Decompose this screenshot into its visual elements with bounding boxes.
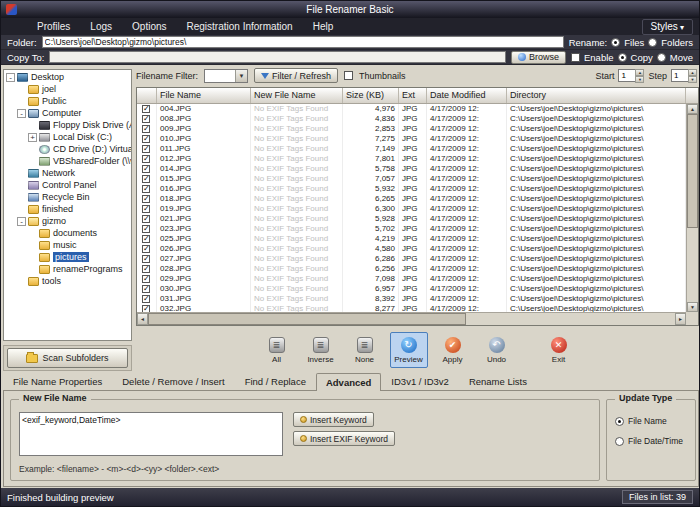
row-checkbox[interactable] [142, 255, 150, 263]
tree-item-cd-drive-d-virtualbox-guest[interactable]: CD Drive (D:) VirtualBox Guest [4, 143, 131, 155]
scroll-right-icon[interactable]: ► [675, 313, 686, 325]
tree-item-gizmo[interactable]: -gizmo [4, 215, 131, 227]
row-checkbox[interactable] [142, 215, 150, 223]
tree-item-finished[interactable]: finished [4, 203, 131, 215]
tab-rename-lists[interactable]: Rename Lists [459, 373, 537, 390]
tab-file-name-properties[interactable]: File Name Properties [3, 373, 112, 390]
insert-exif-keyword-button[interactable]: Insert EXIF Keyword [293, 431, 395, 446]
header-size[interactable]: Size (KB) [343, 88, 399, 103]
row-checkbox[interactable] [142, 115, 150, 123]
tree-item-computer[interactable]: -Computer [4, 107, 131, 119]
thumbnails-checkbox[interactable] [344, 71, 353, 80]
exit-button[interactable]: Exit [540, 332, 578, 368]
checkbox-cell [137, 174, 157, 184]
tree-item-local-disk-c[interactable]: +Local Disk (C:) [4, 131, 131, 143]
header-ext[interactable]: Ext [399, 88, 427, 103]
step-spinner-arrows[interactable]: ▲▼ [688, 69, 697, 82]
row-checkbox[interactable] [142, 195, 150, 203]
tree-item-music[interactable]: music [4, 239, 131, 251]
update-file-name-radio[interactable] [615, 417, 624, 426]
row-checkbox[interactable] [142, 275, 150, 283]
row-checkbox[interactable] [142, 125, 150, 133]
row-checkbox[interactable] [142, 105, 150, 113]
undo-button[interactable]: Undo [478, 332, 516, 368]
collapse-icon[interactable]: - [17, 217, 26, 226]
tree-item-network[interactable]: Network [4, 167, 131, 179]
row-checkbox[interactable] [142, 285, 150, 293]
header-directory[interactable]: Directory [507, 88, 686, 103]
copy-radio[interactable] [618, 53, 627, 62]
enable-checkbox[interactable] [571, 53, 580, 62]
vertical-scroll-thumb[interactable] [687, 114, 698, 228]
header-new-file-name[interactable]: New File Name [251, 88, 343, 103]
filter-refresh-button[interactable]: Filter / Refresh [254, 68, 338, 83]
menu-help[interactable]: Help [303, 18, 344, 35]
menu-logs[interactable]: Logs [80, 18, 122, 35]
row-checkbox[interactable] [142, 155, 150, 163]
tree-item-public[interactable]: Public [4, 95, 131, 107]
row-checkbox[interactable] [142, 165, 150, 173]
row-checkbox[interactable] [142, 145, 150, 153]
styles-dropdown[interactable]: Styles [642, 19, 693, 35]
menu-registration-information[interactable]: Registration Information [177, 18, 303, 35]
vertical-scrollbar[interactable]: ▲ ▼ [686, 104, 698, 312]
tree-item-pictures[interactable]: pictures [4, 251, 131, 263]
expand-icon[interactable]: + [28, 133, 37, 142]
scan-subfolders-button[interactable]: Scan Subfolders [7, 348, 128, 368]
menu-options[interactable]: Options [122, 18, 176, 35]
insert-keyword-button[interactable]: Insert Keyword [293, 412, 374, 427]
copy-to-input[interactable] [49, 51, 506, 63]
browse-button[interactable]: Browse [511, 51, 566, 64]
select-inverse-button[interactable]: Inverse [302, 332, 340, 368]
pattern-input[interactable]: <exif_keyword,DateTime> [19, 412, 283, 456]
row-checkbox[interactable] [142, 235, 150, 243]
menu-profiles[interactable]: Profiles [27, 18, 80, 35]
row-checkbox[interactable] [142, 245, 150, 253]
collapse-icon[interactable]: - [17, 109, 26, 118]
apply-button[interactable]: Apply [434, 332, 472, 368]
filename-filter-combo[interactable]: ▼ [204, 69, 248, 83]
cell-date: 4/17/2009 12: [427, 104, 507, 114]
preview-button[interactable]: Preview [390, 332, 428, 368]
tree-item-control-panel[interactable]: Control Panel [4, 179, 131, 191]
header-file-name[interactable]: File Name [157, 88, 251, 103]
rename-folders-radio[interactable] [648, 38, 657, 47]
tree-item-recycle-bin[interactable]: Recycle Bin [4, 191, 131, 203]
chevron-down-icon[interactable]: ▼ [235, 70, 247, 82]
tab-id3v1-id3v2[interactable]: ID3v1 / ID3v2 [381, 373, 459, 390]
tree-item-desktop[interactable]: -Desktop [4, 71, 131, 83]
update-file-datetime-radio[interactable] [615, 437, 624, 446]
collapse-icon[interactable]: - [6, 73, 15, 82]
folder-input[interactable] [42, 36, 564, 48]
row-checkbox[interactable] [142, 225, 150, 233]
start-spinner-arrows[interactable]: ▲▼ [635, 69, 644, 82]
row-checkbox[interactable] [142, 205, 150, 213]
tree-item-vbsharedfolder-vboxsvr-e[interactable]: VBSharedFolder (\\vboxsvr) (E:) [4, 155, 131, 167]
scroll-up-icon[interactable]: ▲ [687, 104, 698, 114]
tree-item-tools[interactable]: tools [4, 275, 131, 287]
tab-delete-remove-insert[interactable]: Delete / Remove / Insert [112, 373, 234, 390]
row-checkbox[interactable] [142, 265, 150, 273]
tree-item-documents[interactable]: documents [4, 227, 131, 239]
header-checkbox-column[interactable] [137, 88, 157, 103]
row-checkbox[interactable] [142, 175, 150, 183]
move-radio[interactable] [657, 53, 666, 62]
control-icon [28, 181, 39, 190]
horizontal-scrollbar[interactable]: ◄ ► [137, 312, 686, 325]
tree-item-floppy-disk-drive-a[interactable]: Floppy Disk Drive (A:) [4, 119, 131, 131]
select-all-button[interactable]: All [258, 332, 296, 368]
row-checkbox[interactable] [142, 305, 150, 312]
tree-item-renameprograms[interactable]: renamePrograms [4, 263, 131, 275]
row-checkbox[interactable] [142, 135, 150, 143]
header-date-modified[interactable]: Date Modified [427, 88, 507, 103]
row-checkbox[interactable] [142, 295, 150, 303]
horizontal-scroll-thumb[interactable] [148, 313, 466, 325]
select-none-button[interactable]: None [346, 332, 384, 368]
scroll-left-icon[interactable]: ◄ [137, 313, 148, 325]
tab-find-replace[interactable]: Find / Replace [235, 373, 316, 390]
row-checkbox[interactable] [142, 185, 150, 193]
tab-advanced[interactable]: Advanced [316, 373, 381, 391]
rename-files-radio[interactable] [611, 38, 620, 47]
tree-item-joel[interactable]: joel [4, 83, 131, 95]
scroll-down-icon[interactable]: ▼ [687, 302, 698, 312]
